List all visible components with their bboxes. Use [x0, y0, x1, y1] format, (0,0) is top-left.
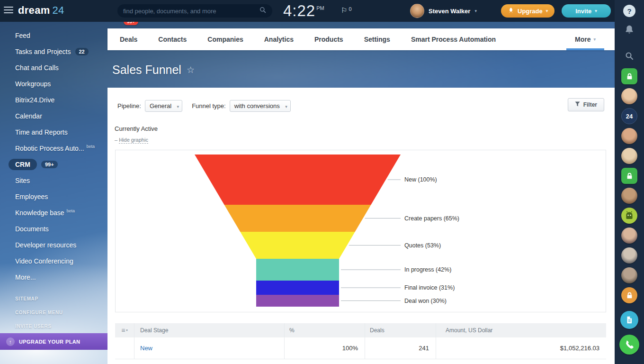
pipeline-select[interactable]: General▾ [145, 100, 182, 112]
sidebar-footer-link-configure-menu[interactable]: CONFIGURE MENU [0, 306, 107, 319]
sidebar-item-label: Employees [15, 193, 48, 200]
chevron-down-icon: ▾ [593, 37, 596, 42]
sidebar-item-knowledge-base[interactable]: Knowledge basebeta [0, 205, 107, 221]
search-input[interactable] [123, 8, 259, 15]
help-button[interactable]: ? [623, 5, 635, 17]
search-icon [625, 51, 634, 61]
sidebar-item-feed[interactable]: Feed [0, 27, 107, 44]
sidebar-item-workgroups[interactable]: Workgroups [0, 76, 107, 92]
tab-smart-process-automation[interactable]: Smart Process Automation [401, 28, 506, 50]
tab-label: Contacts [158, 36, 187, 43]
filter-button[interactable]: Filter [568, 98, 604, 111]
sidebar-item-bitrix24-drive[interactable]: Bitrix24.Drive [0, 92, 107, 108]
funnel-type-value: with conversions [234, 102, 280, 109]
funnel-stage-in-progress[interactable] [256, 259, 339, 281]
badge-text: 24 [621, 108, 637, 124]
funnel-stage-label: New (100%) [404, 176, 437, 183]
doc-export-icon[interactable] [620, 311, 638, 329]
status-text: Currently Active [115, 125, 158, 132]
search-icon[interactable] [625, 51, 634, 61]
phone-icon[interactable] [619, 335, 639, 355]
sidebar-item-label: Video Conferencing [15, 257, 73, 265]
stage-link[interactable]: New [140, 345, 152, 352]
row-menu[interactable] [115, 337, 134, 359]
sidebar-item-video-conferencing[interactable]: Video Conferencing [0, 253, 107, 269]
pipeline-label: Pipeline: [117, 102, 141, 109]
avatar-image [621, 247, 637, 264]
hide-graphic-link[interactable]: –Hide graphic [115, 137, 148, 143]
user-avatar[interactable] [621, 267, 637, 283]
lock-icon[interactable] [621, 68, 637, 84]
funnel-stage-new[interactable] [195, 155, 401, 205]
sidebar-item-crm[interactable]: CRM99+ [0, 156, 107, 173]
funnel-stage-deal-won[interactable] [256, 295, 339, 307]
sidebar-item-label: Knowledge base [15, 209, 64, 217]
clock[interactable]: 4:22PM [283, 2, 324, 20]
tab-analytics[interactable]: Analytics [254, 28, 304, 50]
lock-icon[interactable] [621, 287, 637, 303]
col-deal-stage[interactable]: Deal Stage [134, 323, 284, 337]
notifications-bell-icon[interactable] [624, 25, 635, 35]
user-avatar[interactable] [621, 88, 637, 104]
collapse-icon: – [115, 137, 117, 143]
funnel-stage-final-invoice[interactable] [256, 281, 339, 295]
funnel-type-select[interactable]: with conversions▾ [230, 100, 291, 112]
hamburger-menu-icon[interactable] [4, 7, 13, 14]
funnel-stage-quotes[interactable] [240, 232, 355, 259]
sidebar-item-label: Robotic Process Auto... [15, 145, 84, 152]
tab-label: Companies [207, 36, 243, 43]
sidebar-item-label: More... [15, 273, 36, 281]
phone-icon [619, 335, 639, 355]
user-avatar[interactable] [621, 247, 637, 264]
upgrade-button[interactable]: Upgrade ▾ [501, 4, 555, 18]
sidebar-item-time-and-reports[interactable]: Time and Reports [0, 124, 107, 140]
sidebar-item-more[interactable]: More... [0, 269, 107, 285]
user-name: Steven Walker [429, 8, 470, 15]
sidebar-item-calendar[interactable]: Calendar [0, 108, 107, 124]
tab-more[interactable]: More ▾ [569, 28, 601, 50]
app-logo[interactable]: dream24 [18, 4, 64, 17]
col-percent[interactable]: % [284, 323, 365, 337]
sidebar-footer-link-invite-users[interactable]: INVITE USERS [0, 319, 107, 333]
funnel-stage-create-papers[interactable] [224, 205, 371, 232]
pipeline-value: General [150, 102, 171, 109]
upgrade-plan-button[interactable]: ↑ UPGRADE YOUR PLAN [0, 333, 107, 350]
tab-products[interactable]: Products [304, 28, 354, 50]
sidebar-item-documents[interactable]: Documents [0, 221, 107, 237]
grid-settings-button[interactable]: ≡▾ [115, 323, 134, 337]
user-avatar[interactable] [621, 148, 637, 164]
filter-bar: Pipeline: General▾ Funnel type: with con… [117, 100, 291, 112]
tab-contacts[interactable]: Contacts [148, 28, 197, 50]
chevron-down-icon: ▾ [474, 9, 477, 13]
user-menu[interactable]: Steven Walker ▾ [410, 4, 477, 18]
sidebar-item-chat-and-calls[interactable]: Chat and Calls [0, 60, 107, 76]
sidebar-item-sites[interactable]: Sites [0, 173, 107, 189]
android-icon[interactable] [621, 208, 637, 224]
sidebar-item-robotic-process-auto[interactable]: Robotic Process Auto...beta [0, 140, 107, 156]
beta-tag: beta [87, 144, 95, 149]
funnel-stage-label: In progress (42%) [404, 266, 451, 273]
tab-deals[interactable]: Deals99+ [109, 28, 148, 50]
user-avatar[interactable] [621, 128, 637, 144]
col-deals[interactable]: Deals [365, 323, 436, 337]
tab-label: Deals [120, 36, 137, 43]
lock-icon[interactable] [621, 168, 637, 184]
sidebar-item-employees[interactable]: Employees [0, 189, 107, 205]
col-amount[interactable]: Amount, US Dollar [436, 323, 606, 337]
user-avatar[interactable] [621, 188, 637, 204]
bitrix24-badge[interactable]: 24 [621, 108, 637, 124]
favorite-star-icon[interactable]: ☆ [187, 64, 195, 75]
content-panel: Pipeline: General▾ Funnel type: with con… [107, 88, 615, 364]
user-avatar[interactable] [621, 228, 637, 244]
tab-settings[interactable]: Settings [354, 28, 401, 50]
tab-companies[interactable]: Companies [197, 28, 253, 50]
sidebar-footer-link-sitemap[interactable]: SITEMAP [0, 292, 107, 306]
chevron-down-icon: ▾ [126, 328, 128, 332]
global-search[interactable] [117, 4, 272, 18]
flag-counter[interactable]: ⚐0 [341, 6, 352, 15]
sidebar-item-label: Bitrix24.Drive [15, 96, 54, 104]
sidebar-item-label: Sites [15, 177, 30, 184]
sidebar-item-tasks-and-projects[interactable]: Tasks and Projects22 [0, 44, 107, 60]
invite-button[interactable]: Invite ▾ [562, 4, 611, 18]
sidebar-item-developer-resources[interactable]: Developer resources [0, 237, 107, 253]
